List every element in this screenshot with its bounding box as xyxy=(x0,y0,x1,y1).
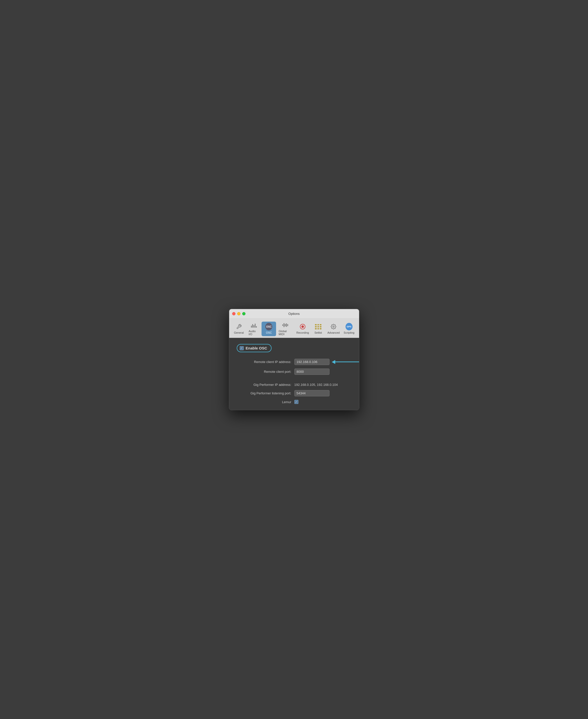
tab-audio-io-label: Audio I/O xyxy=(249,330,259,336)
svg-point-0 xyxy=(333,326,334,327)
mixer-icon xyxy=(250,322,257,329)
lemur-checkbox[interactable]: ✓ xyxy=(294,400,298,404)
lemur-row: Lemur ✓ xyxy=(237,400,352,404)
remote-port-label: Remote client port: xyxy=(237,370,294,373)
window-title: Options xyxy=(288,312,300,315)
osc-icon: OSC xyxy=(265,323,272,330)
tab-advanced[interactable]: Advanced xyxy=(326,322,342,336)
gp-port-label: Gig Performer listening port: xyxy=(237,391,294,395)
gp-port-input[interactable] xyxy=(294,390,330,396)
title-bar: Options xyxy=(229,309,359,318)
remote-ip-label: Remote client IP address: xyxy=(237,360,294,364)
enable-osc-checkbox[interactable]: ✓ xyxy=(240,346,244,350)
remote-port-input[interactable] xyxy=(294,369,330,375)
tab-osc-label: OSC xyxy=(266,331,272,334)
record-icon xyxy=(299,323,306,330)
tab-setlist[interactable]: Setlist xyxy=(311,322,326,336)
gear-icon xyxy=(330,323,337,330)
gp-ip-label: Gig Performer IP address: xyxy=(237,383,294,387)
remote-port-row: Remote client port: xyxy=(237,369,352,375)
lemur-label: Lemur xyxy=(237,400,294,404)
global-midi-icon xyxy=(282,322,289,329)
tab-advanced-label: Advanced xyxy=(328,331,340,334)
tab-global-midi[interactable]: Global MIDI xyxy=(276,320,294,338)
tab-general[interactable]: General xyxy=(232,322,246,336)
tab-scripting[interactable]: GPS Scripting xyxy=(342,322,357,336)
arrow-line xyxy=(335,362,359,362)
enable-osc-label: Enable OSC xyxy=(246,346,267,350)
remote-ip-input-container xyxy=(294,359,359,365)
traffic-lights xyxy=(232,312,246,315)
minimize-button[interactable] xyxy=(237,312,240,315)
tab-audio-io[interactable]: Audio I/O xyxy=(246,320,262,338)
gp-ip-row: Gig Performer IP address: 192.168.0.105,… xyxy=(237,383,352,387)
arrow-head-icon xyxy=(332,360,335,364)
tab-recording[interactable]: Recording xyxy=(294,322,311,336)
blue-arrow-annotation xyxy=(332,360,359,364)
remote-ip-row: Remote client IP address: xyxy=(237,359,352,365)
content-area: ✓ Enable OSC Remote client IP address: R… xyxy=(229,338,359,410)
close-button[interactable] xyxy=(232,312,235,315)
wrench-icon xyxy=(235,323,243,330)
maximize-button[interactable] xyxy=(242,312,246,315)
remote-ip-input[interactable] xyxy=(294,359,330,365)
tab-global-midi-label: Global MIDI xyxy=(278,330,292,336)
tab-general-label: General xyxy=(234,331,244,334)
gp-ip-value: 192.168.0.105, 192.168.0.104 xyxy=(294,383,338,387)
gp-port-row: Gig Performer listening port: xyxy=(237,390,352,396)
tab-scripting-label: Scripting xyxy=(344,331,355,334)
setlist-icon xyxy=(315,323,322,330)
enable-osc-container[interactable]: ✓ Enable OSC xyxy=(237,344,272,352)
options-window: Options General Audio xyxy=(229,309,359,410)
tab-osc[interactable]: OSC OSC xyxy=(261,322,276,336)
tab-recording-label: Recording xyxy=(296,331,309,334)
scripting-icon: GPS xyxy=(345,323,353,330)
toolbar: General Audio I/O OSC OSC xyxy=(229,318,359,338)
tab-setlist-label: Setlist xyxy=(314,331,322,334)
